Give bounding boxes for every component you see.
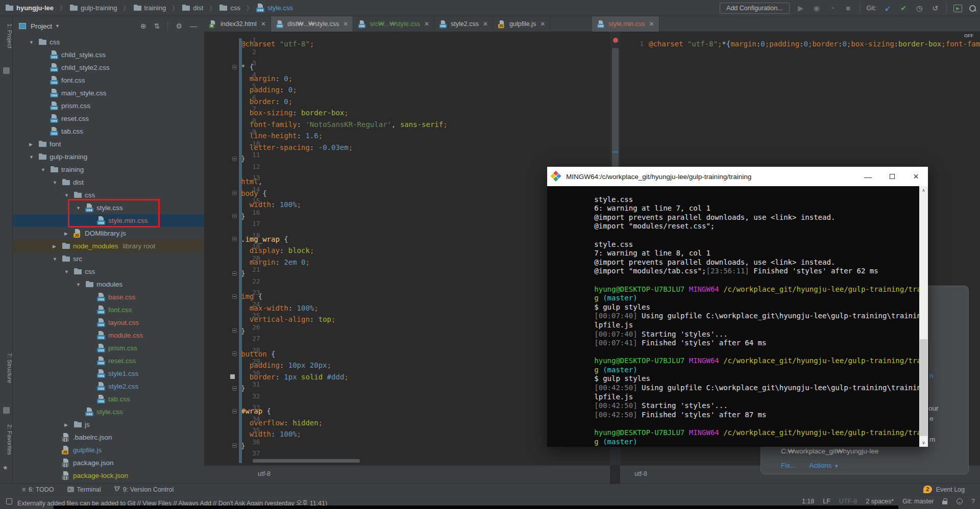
tree-expand-arrow-icon[interactable]: ▶: [64, 422, 74, 427]
tree-row[interactable]: child_style2.css: [13, 61, 204, 74]
tree-row[interactable]: base.css: [13, 291, 204, 303]
status-window-icon[interactable]: [6, 498, 12, 504]
tree-row[interactable]: layout.css: [13, 316, 204, 329]
fold-marker-icon[interactable]: [232, 191, 237, 195]
help-gear-icon[interactable]: ?: [971, 498, 975, 505]
tree-row[interactable]: module.css: [13, 329, 204, 342]
breadcrumb-item[interactable]: dist 〉: [182, 4, 219, 12]
run-anything-icon[interactable]: ▶: [953, 5, 962, 12]
tree-row[interactable]: ▼ gulp-training: [13, 150, 204, 163]
tree-row[interactable]: reset.css: [13, 112, 204, 125]
fold-marker-icon[interactable]: [232, 443, 237, 448]
tree-row[interactable]: ▼ dist: [13, 176, 204, 189]
tree-row[interactable]: style.css: [13, 405, 204, 418]
tree-row[interactable]: ▶ js: [13, 418, 204, 431]
tree-row[interactable]: package.json: [13, 456, 204, 469]
tree-row[interactable]: tab.css: [13, 393, 204, 405]
breadcrumb-item[interactable]: training 〉: [133, 4, 182, 12]
fix-link[interactable]: Fix...: [781, 462, 796, 469]
tool-strip-structure-tab[interactable]: 7: Structure: [0, 353, 13, 383]
horizontal-scrollbar[interactable]: [253, 459, 360, 463]
fold-marker-icon[interactable]: [232, 237, 237, 241]
fold-marker-icon[interactable]: [232, 294, 237, 299]
editor-tab[interactable]: style.min.css ✕: [592, 16, 659, 32]
close-icon[interactable]: ✕: [649, 20, 654, 28]
gear-icon[interactable]: ⚙: [176, 22, 182, 30]
tree-row[interactable]: ▶ node_modules library root: [13, 240, 204, 252]
git-rollback-icon[interactable]: ↺: [930, 4, 940, 12]
git-update-icon[interactable]: ↙: [883, 4, 892, 12]
tree-row[interactable]: ▼ training: [13, 163, 204, 176]
tree-row[interactable]: font.css: [13, 74, 204, 87]
tree-expand-arrow-icon[interactable]: ▼: [53, 257, 62, 262]
fold-marker-icon[interactable]: [232, 351, 237, 356]
terminal-output[interactable]: style.css 6: warning at line 7, col 1 @i…: [547, 186, 928, 447]
minimize-icon[interactable]: —: [856, 167, 880, 186]
tree-row[interactable]: ▼ css: [13, 265, 204, 278]
tree-row[interactable]: .babelrc.json: [13, 431, 204, 444]
tree-expand-arrow-icon[interactable]: ▼: [64, 193, 74, 198]
tree-row[interactable]: tab.css: [13, 125, 204, 138]
terminal-scrollbar[interactable]: ∧ ∨: [919, 186, 928, 447]
maximize-icon[interactable]: [880, 167, 904, 186]
editor-tab[interactable]: gulpfile.js ✕: [493, 16, 550, 32]
todo-tool-button[interactable]: ≡ 6: TODO: [22, 486, 54, 493]
tree-row[interactable]: reset.css: [13, 354, 204, 367]
tree-expand-arrow-icon[interactable]: ▼: [41, 167, 50, 172]
breadcrumb-item[interactable]: gulp-training 〉: [69, 4, 133, 12]
tree-row[interactable]: ▶ font: [13, 138, 204, 150]
tree-expand-arrow-icon[interactable]: ▼: [29, 155, 38, 160]
vertical-scrollbar-thumb[interactable]: [612, 48, 619, 175]
inspection-error-icon[interactable]: [613, 38, 618, 43]
tree-expand-arrow-icon[interactable]: ▶: [29, 142, 38, 147]
breadcrumb-item[interactable]: hyungju-lee 〉: [5, 4, 69, 12]
version-control-tool-button[interactable]: 9: Version Control: [114, 486, 174, 493]
tree-expand-arrow-icon[interactable]: ▼: [76, 282, 85, 287]
debug-icon[interactable]: ◉: [812, 4, 821, 12]
indent-setting[interactable]: 2 spaces*: [866, 498, 894, 505]
git-branch-widget[interactable]: Git: master: [902, 498, 934, 505]
tree-row[interactable]: ▼ modules: [13, 278, 204, 291]
run-icon[interactable]: ▶: [796, 4, 805, 12]
tree-row[interactable]: ▼ css: [13, 36, 204, 48]
line-number[interactable]: 1: [620, 38, 644, 50]
project-panel-title[interactable]: Project: [31, 22, 52, 30]
tree-expand-arrow-icon[interactable]: ▼: [29, 40, 38, 45]
fold-marker-icon[interactable]: [232, 271, 237, 276]
collapse-all-icon[interactable]: ⇅: [154, 22, 160, 30]
mingw64-terminal-window[interactable]: MINGW64:/c/workplace_git/hyungju-lee/gul…: [547, 167, 928, 447]
tree-expand-arrow-icon[interactable]: ▶: [64, 231, 74, 236]
fold-marker-icon[interactable]: [232, 328, 237, 333]
close-icon[interactable]: ×: [904, 167, 928, 186]
tree-row[interactable]: package-lock.json: [13, 469, 204, 482]
event-log-button[interactable]: 2 Event Log: [923, 486, 965, 493]
actions-link[interactable]: Actions▼: [809, 462, 839, 469]
fold-marker-icon[interactable]: [232, 214, 237, 218]
git-history-icon[interactable]: ◷: [915, 4, 924, 12]
editor-tab[interactable]: dist₩...₩style.css ✕: [271, 16, 353, 32]
editor-tab[interactable]: style2.css ✕: [434, 16, 493, 32]
code-with-me-icon[interactable]: [957, 498, 963, 504]
fold-marker-icon[interactable]: [232, 409, 237, 414]
caret-position[interactable]: 1:18: [802, 498, 814, 505]
lock-icon[interactable]: [942, 498, 948, 504]
fold-marker-icon[interactable]: [232, 386, 237, 391]
tree-expand-arrow-icon[interactable]: ▼: [53, 180, 62, 185]
tree-row[interactable]: ▶ DOMlibrary.js: [13, 227, 204, 240]
editor-tab[interactable]: src₩...₩style.css ✕: [353, 16, 434, 32]
tree-row[interactable]: prism.css: [13, 99, 204, 112]
scroll-up-icon[interactable]: ∧: [919, 188, 928, 193]
close-icon[interactable]: ✕: [424, 20, 429, 28]
profile-icon[interactable]: ◔: [828, 4, 837, 12]
tree-row[interactable]: style2.css: [13, 380, 204, 393]
git-commit-icon[interactable]: ✔: [899, 4, 908, 12]
tree-expand-arrow-icon[interactable]: ▼: [64, 269, 74, 274]
fold-marker-icon[interactable]: [232, 65, 237, 69]
fold-marker-icon[interactable]: [232, 157, 237, 161]
stop-icon[interactable]: ■: [844, 4, 853, 12]
add-configuration-button[interactable]: Add Configuration...: [720, 3, 790, 14]
tree-expand-arrow-icon[interactable]: ▶: [53, 244, 62, 249]
tool-strip-project-tab[interactable]: 1: Project: [0, 23, 13, 48]
tree-row[interactable]: gulpfile.js: [13, 444, 204, 456]
tree-row[interactable]: style1.css: [13, 367, 204, 380]
